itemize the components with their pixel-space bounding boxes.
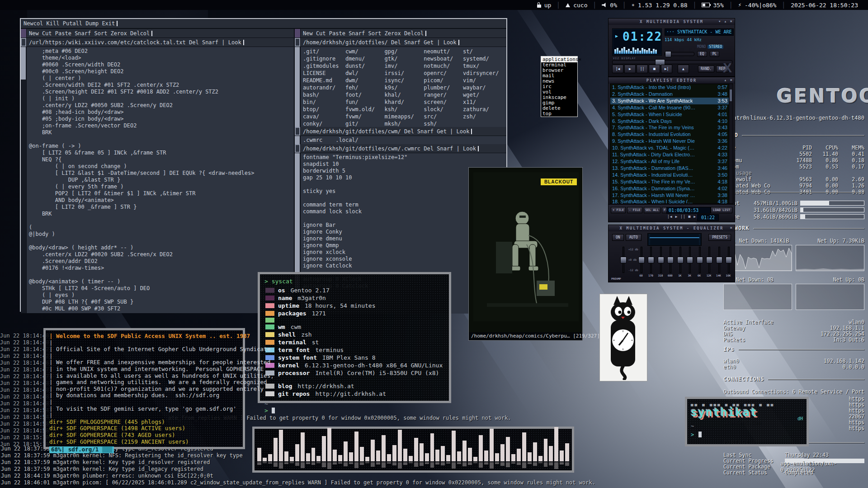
column-handle-icon[interactable] bbox=[21, 29, 27, 38]
xmms-time[interactable]: 01:22 bbox=[623, 30, 662, 43]
playlist-button[interactable]: SEL ALL bbox=[644, 207, 661, 213]
preamp-slider[interactable] bbox=[620, 247, 626, 273]
eq-band-knob[interactable] bbox=[638, 257, 645, 263]
acme-cwm-listing[interactable]: .cwmrc .local/ bbox=[295, 136, 506, 144]
playlist-item[interactable]: 2. SynthAttack - Damnation3:48 bbox=[610, 91, 729, 98]
preamp-knob[interactable] bbox=[620, 257, 627, 263]
transport-button[interactable]: || bbox=[637, 65, 648, 73]
transport-button[interactable]: |◀ bbox=[612, 65, 623, 73]
acme-catclock-code[interactable]: ;meta #06 DEO2 theme/<load> #0060 .Scree… bbox=[21, 47, 294, 312]
eq-band-slider[interactable] bbox=[658, 247, 663, 273]
acme-dotfiles-body[interactable]: .git/ cwm/ gpg/ neomutt/ st/ .gitignore … bbox=[295, 47, 506, 127]
acme-main-tag-text[interactable]: Newcol Kill Putall Dump Exit bbox=[24, 20, 115, 27]
xmms-track-title[interactable]: ··· SYNTHATTACK - WE ARE SYNTH bbox=[665, 28, 734, 36]
playlist-item[interactable]: 9. SynthAttack - Harsh Will Never Die3:3… bbox=[610, 138, 729, 145]
seek-slider[interactable] bbox=[612, 60, 732, 64]
eq-band-knob[interactable] bbox=[726, 257, 732, 263]
playlist-item[interactable]: 4. SynthAttack - Call Me Insane (90…3:37 bbox=[610, 104, 729, 111]
acme-catclock-window-tag[interactable]: /url/https:/wiki.xxiivv.com/etc/catclock… bbox=[21, 38, 294, 47]
playlist-button[interactable]: - FILE bbox=[627, 207, 642, 213]
eq-band-knob[interactable] bbox=[658, 257, 664, 263]
scrollbar[interactable] bbox=[21, 47, 27, 313]
volume-knob[interactable] bbox=[665, 51, 671, 57]
eq-band-slider[interactable] bbox=[648, 247, 653, 273]
eq-band-slider[interactable] bbox=[687, 247, 692, 273]
menu-item-top[interactable]: top bbox=[541, 111, 577, 117]
eq-band-knob[interactable] bbox=[648, 257, 654, 263]
scrollbar-thumb[interactable] bbox=[295, 153, 300, 289]
acme-dotfiles-window-tag[interactable]: /home/drkhsh/git/dotfiles/ Del Snarf Get… bbox=[295, 38, 506, 47]
scrollbar-thumb[interactable] bbox=[730, 89, 732, 101]
playlist-item[interactable]: 18. SynthAttack - When I Suicide (…4:18 bbox=[610, 198, 729, 204]
eq-band-slider[interactable] bbox=[706, 247, 712, 273]
eq-band-knob[interactable] bbox=[697, 257, 703, 263]
transport-button[interactable]: ▶ bbox=[624, 65, 636, 73]
acme-cwm-body[interactable]: .cwmrc .local/ bbox=[295, 136, 506, 144]
eq-auto-button[interactable]: AUTO bbox=[626, 234, 642, 241]
playlist-item[interactable]: 15. SynthAttack - The Fire in my Ve…4:18 bbox=[610, 178, 729, 185]
shell-prompt[interactable]: > bbox=[264, 407, 268, 414]
playlist-item[interactable]: 8. SynthAttack - Industrial Evolution4:0… bbox=[610, 131, 729, 138]
eq-toggle-button[interactable]: EQ bbox=[697, 51, 707, 57]
playlist-item[interactable]: 10. SynthAttack vs. TOAL - Magic (…4:22 bbox=[610, 145, 729, 151]
playlist-item[interactable]: 16. SynthAttack - Damnation (Syna…4:02 bbox=[610, 185, 729, 192]
pl-toggle-button[interactable]: PL bbox=[710, 51, 720, 57]
load-list-button[interactable]: LOAD LIST bbox=[711, 207, 732, 213]
playlist-titlebar[interactable]: PLAYLIST EDITOR▴ × bbox=[609, 77, 735, 84]
volume-slider[interactable] bbox=[665, 52, 694, 56]
scrollbar-thumb[interactable] bbox=[295, 136, 300, 144]
acme-right-column-tag[interactable]: New Cut Paste Snarf Sort Zerox Delcol bbox=[295, 29, 506, 38]
acme-dotfiles-listing[interactable]: .git/ cwm/ gpg/ neomutt/ st/ .gitignore … bbox=[295, 47, 506, 127]
eq-band-slider[interactable] bbox=[677, 247, 683, 273]
scrollbar-thumb[interactable] bbox=[21, 47, 26, 80]
playlist-item[interactable]: 17. SynthAttack - Harsh Will Never …3:38 bbox=[610, 192, 729, 199]
window-buttons-icon[interactable]: × bbox=[730, 225, 733, 230]
eq-band-knob[interactable] bbox=[716, 257, 722, 263]
window-buttons-icon[interactable]: ▴ × bbox=[724, 78, 733, 82]
acme-left-column-tag[interactable]: New Cut Paste Snarf Sort Zerox Delcol bbox=[21, 29, 294, 38]
acme-cwmrc-window-tag[interactable]: /home/drkhsh/git/dotfiles/cwm/.cwmrc Del… bbox=[295, 144, 506, 153]
window-dirty-icon[interactable] bbox=[295, 127, 301, 136]
window-dirty-icon[interactable] bbox=[295, 144, 301, 153]
xmms-titlebar[interactable]: X MULTIMEDIA SYSTEM▾ ▴ × bbox=[609, 19, 735, 25]
eq-band-slider[interactable] bbox=[716, 247, 722, 273]
playlist-button[interactable]: + FILE bbox=[611, 207, 626, 213]
transport-button[interactable]: ■ bbox=[649, 65, 660, 73]
eq-band-slider[interactable] bbox=[667, 247, 673, 273]
presets-button[interactable]: PRESETS bbox=[708, 234, 731, 241]
playlist-item[interactable]: 3. SynthAttack - We Are SynthAttack3:53 bbox=[610, 98, 729, 104]
window-dirty-icon[interactable] bbox=[21, 38, 27, 47]
playlist-item[interactable]: 14. SynthAttack - Industrial Evoluti…3:5… bbox=[610, 172, 729, 178]
shell-prompt[interactable]: > bbox=[691, 432, 694, 438]
eq-band-slider[interactable] bbox=[638, 247, 644, 273]
playlist-item[interactable]: 7. SynthAttack - The Fire in my Veins3:4… bbox=[610, 124, 729, 131]
spectrum-analyzer[interactable] bbox=[614, 47, 657, 54]
eq-band-slider[interactable] bbox=[726, 247, 731, 273]
acme-cwm-window-tag[interactable]: /home/drkhsh/git/dotfiles/cwm/ Del Snarf… bbox=[295, 127, 506, 136]
playlist-scrollbar[interactable] bbox=[729, 84, 733, 204]
eq-on-button[interactable]: ON bbox=[612, 234, 624, 241]
scrollbar[interactable] bbox=[295, 136, 301, 144]
playlist-item[interactable]: 6. SynthAttack - Dark Days4:10 bbox=[610, 118, 729, 125]
window-dirty-icon[interactable] bbox=[295, 38, 301, 47]
catclock-widget[interactable] bbox=[599, 294, 647, 381]
acme-main-tag[interactable]: Newcol Kill Putall Dump Exit bbox=[21, 19, 506, 29]
scrollbar-thumb[interactable] bbox=[295, 47, 300, 127]
playlist-item[interactable]: 1. SynthAttack - Into the Void (Intro)0:… bbox=[610, 84, 729, 91]
playlist-item[interactable]: 12. SynthAttack - All of my Life3:37 bbox=[610, 158, 729, 165]
playlist-item[interactable]: 5. SynthAttack - When I Suicide4:01 bbox=[610, 111, 729, 118]
transport-button[interactable]: ▶| bbox=[661, 65, 672, 73]
playlist-item[interactable]: 11. SynthAttack - Dirty Dark Electro…4:3… bbox=[610, 151, 729, 158]
playlist-item[interactable]: 13. SynthAttack - Damnation (BAS…3:46 bbox=[610, 165, 729, 172]
eject-button[interactable]: ▲ bbox=[678, 65, 689, 73]
eq-band-knob[interactable] bbox=[687, 257, 693, 263]
eq-band-slider[interactable] bbox=[697, 247, 702, 273]
eq-band-knob[interactable] bbox=[706, 257, 712, 263]
random-button[interactable]: RAND. bbox=[698, 66, 714, 72]
equalizer-titlebar[interactable]: X MULTIMEDIA SYSTEM - EQUALIZER× bbox=[609, 225, 735, 231]
acme-catclock-body[interactable]: ;meta #06 DEO2 theme/<load> #0060 .Scree… bbox=[21, 47, 294, 313]
column-handle-icon[interactable] bbox=[295, 29, 301, 38]
eq-band-knob[interactable] bbox=[667, 257, 674, 263]
scrollbar[interactable] bbox=[295, 47, 301, 127]
window-buttons-icon[interactable]: ▾ ▴ × bbox=[718, 19, 733, 23]
